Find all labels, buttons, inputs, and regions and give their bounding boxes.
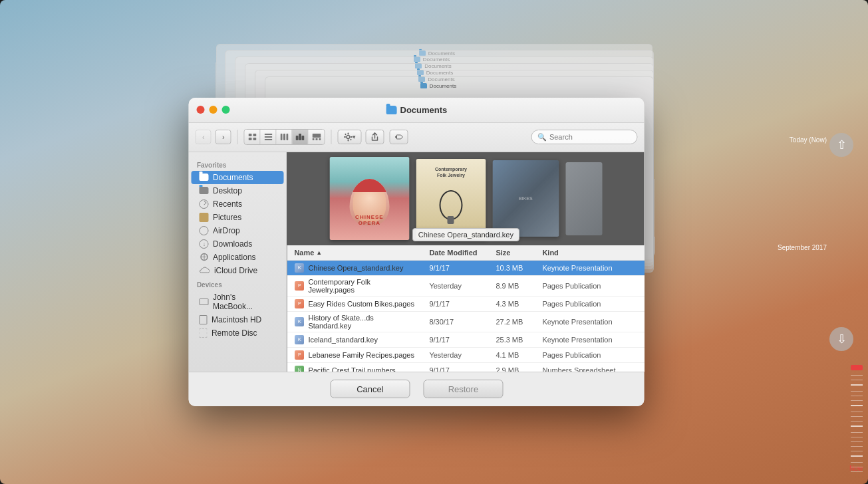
file-name-cell: K Chinese Opera_standard.key bbox=[287, 261, 425, 275]
sidebar-item-remote-label: Remote Disc bbox=[212, 328, 257, 338]
col-name[interactable]: Name ▲ bbox=[287, 247, 425, 258]
file-date-cell: Yesterday bbox=[425, 280, 492, 292]
search-input[interactable] bbox=[549, 133, 632, 141]
file-kind-cell: Keynote Presentation bbox=[538, 262, 645, 274]
column-view-button[interactable] bbox=[277, 130, 293, 144]
keynote-icon: K bbox=[294, 334, 305, 345]
sidebar-item-documents-label: Documents bbox=[213, 173, 253, 182]
search-box: 🔍 bbox=[531, 130, 638, 144]
file-name-cell: P Easy Rides Custom Bikes.pages bbox=[287, 297, 425, 311]
svg-point-17 bbox=[347, 136, 350, 139]
finder-dialog: Documents ‹ › bbox=[189, 98, 645, 406]
keynote-icon: K bbox=[294, 316, 305, 327]
timeline-bar bbox=[851, 40, 863, 474]
gallery-view-button[interactable] bbox=[309, 130, 325, 144]
toolbar: ‹ › bbox=[189, 123, 645, 152]
tag-button[interactable] bbox=[390, 130, 408, 144]
action-button[interactable]: ▾ bbox=[338, 130, 362, 144]
file-size-cell: 25.3 MB bbox=[492, 334, 538, 346]
sidebar-item-downloads-label: Downloads bbox=[213, 239, 252, 249]
file-kind-cell: Pages Publication bbox=[538, 280, 645, 292]
sidebar-item-recents[interactable]: Recents bbox=[192, 197, 284, 211]
view-buttons bbox=[244, 129, 325, 145]
mac-screen: Documents Documents Documents bbox=[0, 0, 868, 484]
svg-rect-0 bbox=[248, 134, 251, 136]
time-machine-up-button[interactable]: ⇧ bbox=[829, 133, 853, 157]
file-list-header: Name ▲ Date Modified Size Kind bbox=[287, 245, 645, 261]
file-row[interactable]: P Contemporary Folk Jewelry.pages Yester… bbox=[287, 276, 645, 297]
list-view-button[interactable] bbox=[261, 130, 277, 144]
icloud-icon bbox=[200, 267, 210, 274]
col-date[interactable]: Date Modified bbox=[425, 247, 492, 258]
titlebar: Documents bbox=[189, 98, 645, 123]
restore-button[interactable]: Restore bbox=[423, 380, 503, 398]
maximize-button[interactable] bbox=[222, 106, 230, 114]
toolbar-separator-2 bbox=[331, 130, 332, 144]
file-kind-cell: Pages Publication bbox=[538, 298, 645, 310]
file-size-cell: 4.3 MB bbox=[492, 298, 538, 310]
sidebar-item-applications[interactable]: Applications bbox=[192, 251, 284, 264]
sidebar-item-desktop[interactable]: Desktop bbox=[192, 184, 284, 197]
sidebar-item-icloud-label: iCloud Drive bbox=[214, 266, 257, 275]
airdrop-icon bbox=[200, 226, 209, 235]
file-row[interactable]: P Lebanese Family Recipes.pages Yesterda… bbox=[287, 348, 645, 363]
file-date-cell: 9/1/17 bbox=[425, 262, 492, 274]
sidebar-item-recents-label: Recents bbox=[213, 199, 242, 209]
pictures-icon bbox=[200, 213, 209, 222]
sidebar-item-pictures[interactable]: Pictures bbox=[192, 211, 284, 224]
timeline-now-marker bbox=[851, 365, 863, 370]
sidebar-item-icloud[interactable]: iCloud Drive bbox=[192, 264, 284, 277]
icon-view-button[interactable] bbox=[245, 130, 261, 144]
file-name-cell: P Lebanese Family Recipes.pages bbox=[287, 348, 425, 362]
sort-arrow: ▲ bbox=[316, 249, 322, 256]
cancel-button[interactable]: Cancel bbox=[330, 380, 410, 398]
file-row[interactable]: K Chinese Opera_standard.key 9/1/17 10.3… bbox=[287, 261, 645, 276]
back-button[interactable]: ‹ bbox=[196, 130, 212, 144]
downloads-icon: ↓ bbox=[200, 239, 209, 249]
time-machine-down-button[interactable]: ⇩ bbox=[829, 327, 853, 351]
dialog-footer: Cancel Restore bbox=[189, 372, 645, 406]
sidebar-item-macintosh[interactable]: Macintosh HD bbox=[192, 313, 284, 326]
col-kind[interactable]: Kind bbox=[538, 247, 645, 258]
preview-card-chinese-opera[interactable]: CHINESEOPERA bbox=[329, 157, 409, 240]
sidebar-item-macbook[interactable]: John's MacBook... bbox=[192, 291, 284, 313]
close-button[interactable] bbox=[197, 106, 205, 114]
favorites-label: Favorites bbox=[189, 158, 287, 171]
file-size-cell: 27.2 MB bbox=[492, 316, 538, 328]
finder-content: CHINESEOPERA ContemporaryFolk Jewelry bbox=[287, 152, 645, 372]
preview-card-bikes[interactable]: BIKES bbox=[492, 160, 559, 237]
sidebar-item-airdrop[interactable]: AirDrop bbox=[192, 224, 284, 237]
sidebar: Favorites Documents Desktop Recents bbox=[189, 152, 287, 372]
hd-icon bbox=[200, 315, 208, 324]
svg-rect-14 bbox=[312, 138, 314, 140]
keynote-icon: K bbox=[294, 263, 305, 273]
file-name-cell: P Contemporary Folk Jewelry.pages bbox=[287, 276, 425, 296]
file-kind-cell: Pages Publication bbox=[538, 349, 645, 361]
file-row[interactable]: P Easy Rides Custom Bikes.pages 9/1/17 4… bbox=[287, 297, 645, 312]
file-date-cell: 9/1/17 bbox=[425, 298, 492, 310]
svg-rect-16 bbox=[319, 138, 321, 140]
svg-rect-9 bbox=[286, 134, 288, 140]
file-size-cell: 10.3 MB bbox=[492, 262, 538, 274]
svg-rect-2 bbox=[248, 138, 251, 140]
sidebar-item-macbook-label: John's MacBook... bbox=[213, 293, 276, 311]
preview-card-folk-jewelry[interactable]: ContemporaryFolk Jewelry bbox=[416, 159, 486, 239]
devices-label: Devices bbox=[189, 277, 287, 291]
cover-flow-button[interactable] bbox=[293, 130, 309, 144]
col-size[interactable]: Size bbox=[492, 247, 538, 258]
folder-icon bbox=[200, 187, 209, 194]
file-row[interactable]: N Pacific Crest Trail.numbers 9/1/17 2.9… bbox=[287, 363, 645, 372]
file-kind-cell: Numbers Spreadsheet bbox=[538, 364, 645, 372]
svg-rect-18 bbox=[347, 133, 349, 135]
sidebar-item-documents[interactable]: Documents bbox=[192, 171, 284, 184]
file-size-cell: 8.9 MB bbox=[492, 280, 538, 292]
forward-button[interactable]: › bbox=[216, 130, 231, 144]
file-row[interactable]: K History of Skate...ds Standard.key 8/3… bbox=[287, 312, 645, 332]
svg-rect-11 bbox=[299, 134, 301, 140]
preview-card-partial[interactable] bbox=[565, 162, 602, 235]
sidebar-item-downloads[interactable]: ↓ Downloads bbox=[192, 237, 284, 251]
sidebar-item-remote[interactable]: Remote Disc bbox=[192, 326, 284, 340]
minimize-button[interactable] bbox=[210, 106, 217, 114]
file-row[interactable]: K Iceland_standard.key 9/1/17 25.3 MB Ke… bbox=[287, 332, 645, 348]
share-button[interactable] bbox=[366, 130, 384, 144]
